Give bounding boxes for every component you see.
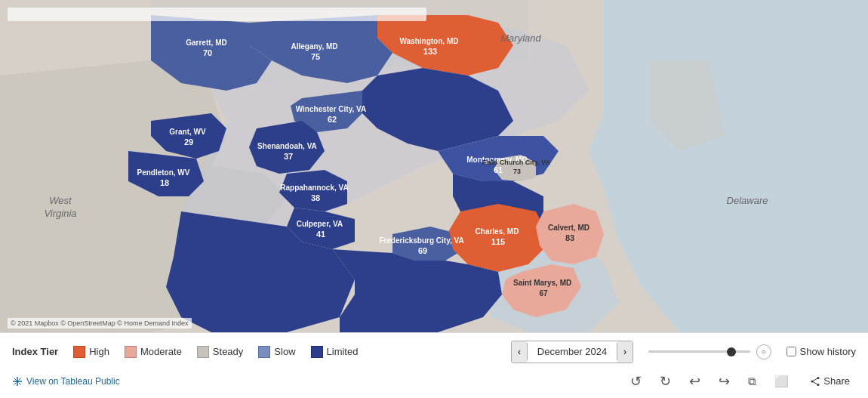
slider-container: ○ [648,344,771,359]
state-label-de: Delaware [727,195,768,206]
legend-swatch-high [73,346,85,358]
share-button[interactable]: Share [804,372,856,390]
bottom-bar: Index Tier High Moderate Steady Slow Lim… [0,332,868,398]
tableau-link[interactable]: View on Tableau Public [12,376,120,387]
legend-swatch-moderate [125,346,137,358]
legend-label-high: High [89,346,109,357]
timeline-slider[interactable] [648,350,750,353]
state-label-wv: West [49,195,72,206]
legend-label-limited: Limited [327,346,359,357]
legend-title-label: Index Tier [12,346,58,357]
legend-label-steady: Steady [213,346,243,357]
svg-line-14 [812,378,818,381]
share-icon [810,376,820,387]
map-container: West Virginia Maryland Delaware Washingt… [0,0,868,332]
date-next-button[interactable]: › [617,341,633,363]
legend-item-slow: Slow [258,346,295,358]
svg-rect-1 [8,8,426,21]
legend-swatch-steady [197,346,209,358]
svg-line-7 [14,378,17,380]
play-button[interactable]: ○ [756,344,771,359]
svg-line-8 [19,383,21,385]
legend-label-moderate: Moderate [140,346,182,357]
legend-swatch-slow [258,346,270,358]
back-button[interactable]: ↩ [686,372,703,391]
forward-button[interactable]: ↪ [716,372,733,391]
download-button[interactable]: ⬜ [771,373,792,390]
legend-label-slow: Slow [274,346,295,357]
legend-item-limited: Limited [311,346,359,358]
date-prev-button[interactable]: ‹ [512,341,527,363]
filter-button[interactable]: ⧉ [745,373,759,390]
toolbar-bottom-row: View on Tableau Public ↺ ↻ ↩ ↪ ⧉ ⬜ Share [12,369,856,391]
state-label-wv2: Virginia [44,208,76,219]
copyright-notice: © 2021 Mapbox © OpenStreetMap © Home Dem… [8,318,192,329]
show-history-label[interactable]: Show history [786,346,856,357]
tableau-icon [12,376,23,387]
svg-point-2 [16,380,19,383]
show-history-checkbox[interactable] [786,347,796,356]
svg-line-10 [14,383,17,385]
state-label-md: Maryland [500,32,541,44]
undo-button[interactable]: ↺ [627,372,645,391]
legend-swatch-limited [311,346,323,358]
legend-row: Index Tier High Moderate Steady Slow Lim… [12,341,856,363]
legend-item-steady: Steady [197,346,243,358]
svg-line-15 [812,381,818,385]
redo-button[interactable]: ↻ [657,372,674,391]
date-value: December 2024 [527,343,617,360]
legend-item-high: High [73,346,109,358]
svg-line-9 [19,378,21,380]
date-selector: ‹ December 2024 › [511,341,633,363]
legend-item-moderate: Moderate [125,346,182,358]
